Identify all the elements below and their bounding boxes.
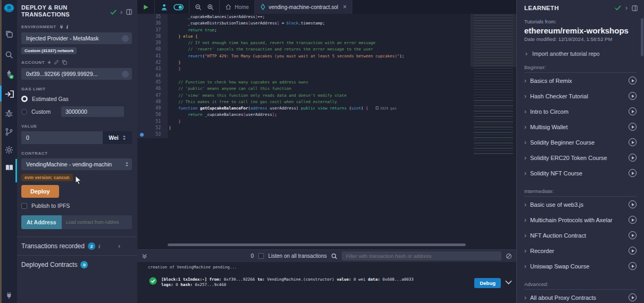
expand-tutorial-icon[interactable]: › xyxy=(524,248,526,254)
run-script-icon[interactable] xyxy=(143,4,149,11)
line-number[interactable]: 52 xyxy=(137,125,168,131)
expand-terminal-icon[interactable] xyxy=(142,253,147,259)
line-number[interactable]: 43 xyxy=(137,66,168,72)
info-icon[interactable]: i xyxy=(67,23,69,30)
chevron-right-icon[interactable]: › xyxy=(120,9,122,15)
line-number[interactable]: 50 xyxy=(137,112,168,118)
start-tutorial-play-icon[interactable] xyxy=(629,169,637,177)
toggle-switch-icon[interactable] xyxy=(174,4,184,11)
start-tutorial-play-icon[interactable] xyxy=(629,247,637,255)
copy-account-icon[interactable] xyxy=(62,60,67,65)
line-number[interactable]: 44 xyxy=(137,73,168,79)
line-number[interactable]: 42 xyxy=(137,60,168,66)
close-tab-icon[interactable]: × xyxy=(343,3,346,11)
line-number[interactable]: 45 xyxy=(137,79,168,86)
deploy-run-icon[interactable] xyxy=(4,89,14,99)
terminal-filter-input[interactable] xyxy=(342,251,501,260)
environment-select[interactable]: Injected Provider - MetaMask xyxy=(21,32,132,44)
tutorial-item[interactable]: ›Multisig Wallet xyxy=(524,119,637,134)
code-line[interactable]: 52} xyxy=(137,125,516,131)
code-line[interactable]: 36 _cupcakeDistributionTimes[userAddress… xyxy=(137,20,516,27)
account-status-icon[interactable] xyxy=(122,71,129,78)
terminal-search-icon[interactable] xyxy=(331,253,337,259)
start-tutorial-play-icon[interactable] xyxy=(629,107,637,115)
expand-tutorial-icon[interactable]: › xyxy=(524,139,526,146)
tutorial-item[interactable]: ›All about Proxy Contracts xyxy=(524,290,637,303)
environment-status-icon[interactable] xyxy=(122,35,129,42)
publish-ipfs-checkbox[interactable] xyxy=(21,203,27,209)
code-line[interactable]: 39 // If not enough time has passed, rev… xyxy=(137,40,516,46)
expand-tutorial-icon[interactable]: › xyxy=(524,263,526,270)
sign-message-icon[interactable] xyxy=(54,60,59,65)
code-line[interactable]: 37 return true; xyxy=(137,27,516,33)
git-icon[interactable] xyxy=(4,127,14,137)
tutorial-item[interactable]: ›Solidity ERC20 Token Course xyxy=(524,150,637,165)
start-tutorial-play-icon[interactable] xyxy=(629,92,637,100)
tutorial-item[interactable]: ›Hash Checker Tutorial xyxy=(524,88,637,104)
tutorial-item[interactable]: ›Basics of Remix xyxy=(524,73,637,88)
import-tutorial-repo[interactable]: › Import another tutorial repo xyxy=(517,42,644,57)
at-address-input[interactable] xyxy=(62,215,132,229)
at-address-button[interactable]: At Address xyxy=(21,215,62,229)
zoom-out-icon[interactable] xyxy=(195,4,202,11)
tutorial-item[interactable]: ›Multichain Protocols with Axelar xyxy=(524,212,637,228)
line-number[interactable]: 48 xyxy=(137,99,168,105)
start-tutorial-play-icon[interactable] xyxy=(629,216,637,224)
tab-file[interactable]: vending-machine-contract.sol × xyxy=(255,0,353,14)
code-line[interactable]: 48 // This makes it free to call (no gas… xyxy=(137,99,516,105)
custom-gas-input[interactable] xyxy=(61,106,124,117)
estimated-gas-radio[interactable] xyxy=(21,96,28,102)
start-tutorial-play-icon[interactable] xyxy=(629,262,637,270)
expand-tutorial-icon[interactable]: › xyxy=(524,294,526,301)
line-number[interactable]: 36 xyxy=(137,20,168,27)
code-line[interactable]: 42 } xyxy=(137,60,516,66)
tutorial-item[interactable]: ›Solidity NFT Course xyxy=(524,165,637,181)
contract-select[interactable]: VendingMachine - vending-machin xyxy=(21,158,132,170)
listen-checkbox[interactable] xyxy=(258,253,264,259)
zoom-in-icon[interactable] xyxy=(207,4,214,11)
line-number[interactable]: 37 xyxy=(137,27,168,33)
debug-button[interactable]: Debug xyxy=(474,278,501,288)
info-icon[interactable]: i xyxy=(98,243,100,249)
code-line[interactable]: 47 // 'view' means this function only re… xyxy=(137,92,516,99)
code-line[interactable]: 50 return _cupcakeBalances[userAddress]; xyxy=(137,112,516,118)
value-input[interactable] xyxy=(21,131,103,144)
code-line[interactable]: 43 } xyxy=(137,66,516,72)
expand-tutorial-icon[interactable]: › xyxy=(524,93,526,99)
clear-console-icon[interactable] xyxy=(506,253,512,259)
start-tutorial-play-icon[interactable] xyxy=(629,77,637,85)
deployed-contracts-row[interactable]: Deployed Contracts 0 xyxy=(17,256,137,274)
expand-tutorial-icon[interactable]: › xyxy=(524,155,526,161)
expand-tutorial-icon[interactable]: › xyxy=(524,108,526,115)
line-number[interactable]: 39 xyxy=(137,40,168,46)
line-number[interactable]: 47 xyxy=(137,92,168,99)
code-line[interactable]: 35 _cupcakeBalances[userAddress]++; xyxy=(137,14,516,20)
code-line[interactable]: 40 // 'revert' cancels the transaction a… xyxy=(137,46,516,53)
tutorial-item[interactable]: ›NFT Auction Contract xyxy=(524,228,637,243)
remix-logo[interactable] xyxy=(4,3,14,14)
start-tutorial-play-icon[interactable] xyxy=(629,154,637,162)
code-line[interactable]: 44 xyxy=(137,73,516,79)
debugger-icon[interactable] xyxy=(4,108,14,119)
minimap[interactable] xyxy=(474,15,513,154)
settings-icon[interactable] xyxy=(4,145,14,155)
line-number[interactable]: 41 xyxy=(137,53,168,60)
start-tutorial-play-icon[interactable] xyxy=(629,200,637,208)
tutorial-item[interactable]: ›Uniswap Swap Course xyxy=(524,258,637,274)
start-tutorial-play-icon[interactable] xyxy=(629,138,637,146)
line-number[interactable]: 40 xyxy=(137,46,168,53)
learneth-book-icon[interactable] xyxy=(4,162,14,173)
learneth-scrollbar[interactable] xyxy=(641,18,643,56)
tutorial-item[interactable]: ›Basic use of web3.js xyxy=(524,197,637,212)
code-line[interactable]: 46 // 'public' means anyone can call thi… xyxy=(137,86,516,92)
expand-tutorial-icon[interactable]: › xyxy=(524,170,526,176)
search-icon[interactable] xyxy=(4,49,14,60)
transaction-log-entry[interactable]: [block:1 txIndex:-] from: 0xf39...92266 … xyxy=(137,270,516,288)
breakpoint-dot[interactable] xyxy=(140,133,144,137)
chevron-right-icon[interactable]: › xyxy=(625,5,628,11)
pin-panel-icon[interactable] xyxy=(632,5,638,11)
line-number[interactable]: 35 xyxy=(137,14,168,20)
transactions-recorded-row[interactable]: Transactions recorded 2 i › xyxy=(17,237,137,255)
custom-gas-radio[interactable] xyxy=(21,109,27,115)
expand-tutorial-icon[interactable]: › xyxy=(524,232,526,239)
